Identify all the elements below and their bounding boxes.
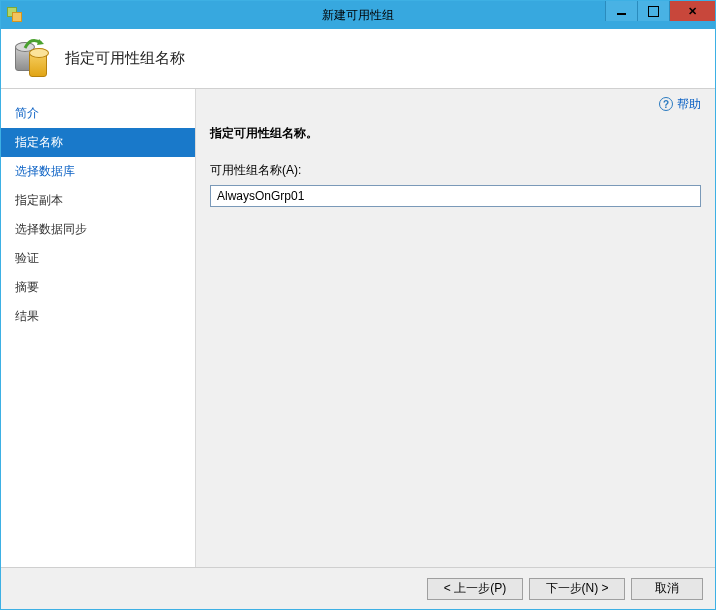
previous-button[interactable]: < 上一步(P) xyxy=(427,578,523,600)
section-title: 指定可用性组名称。 xyxy=(210,125,701,142)
step-summary[interactable]: 摘要 xyxy=(1,273,195,302)
cancel-button[interactable]: 取消 xyxy=(631,578,703,600)
maximize-button[interactable] xyxy=(637,1,669,21)
content-inner: 指定可用性组名称。 可用性组名称(A): xyxy=(196,119,715,207)
next-button[interactable]: 下一步(N) > xyxy=(529,578,625,600)
help-icon: ? xyxy=(659,97,673,111)
titlebar: 新建可用性组 xyxy=(1,1,715,29)
step-specify-replicas[interactable]: 指定副本 xyxy=(1,186,195,215)
window-controls xyxy=(605,1,715,21)
help-row: ? 帮助 xyxy=(196,89,715,119)
step-select-sync[interactable]: 选择数据同步 xyxy=(1,215,195,244)
step-validation[interactable]: 验证 xyxy=(1,244,195,273)
wizard-steps-sidebar: 简介 指定名称 选择数据库 指定副本 选择数据同步 验证 摘要 结果 xyxy=(1,89,196,567)
wizard-header: 指定可用性组名称 xyxy=(1,29,715,89)
wizard-content: ? 帮助 指定可用性组名称。 可用性组名称(A): xyxy=(196,89,715,567)
step-intro[interactable]: 简介 xyxy=(1,99,195,128)
group-name-input[interactable] xyxy=(210,185,701,207)
help-link[interactable]: 帮助 xyxy=(677,96,701,113)
availability-group-icon xyxy=(13,39,53,79)
step-select-databases[interactable]: 选择数据库 xyxy=(1,157,195,186)
wizard-body: 简介 指定名称 选择数据库 指定副本 选择数据同步 验证 摘要 结果 ? 帮助 … xyxy=(1,89,715,567)
wizard-window: 新建可用性组 指定可用性组名称 简介 指定名称 选择数据库 指定副本 xyxy=(0,0,716,610)
wizard-footer: < 上一步(P) 下一步(N) > 取消 xyxy=(1,567,715,609)
minimize-button[interactable] xyxy=(605,1,637,21)
close-button[interactable] xyxy=(669,1,715,21)
step-results[interactable]: 结果 xyxy=(1,302,195,331)
group-name-label: 可用性组名称(A): xyxy=(210,162,701,179)
page-title: 指定可用性组名称 xyxy=(65,49,185,68)
step-specify-name[interactable]: 指定名称 xyxy=(1,128,195,157)
